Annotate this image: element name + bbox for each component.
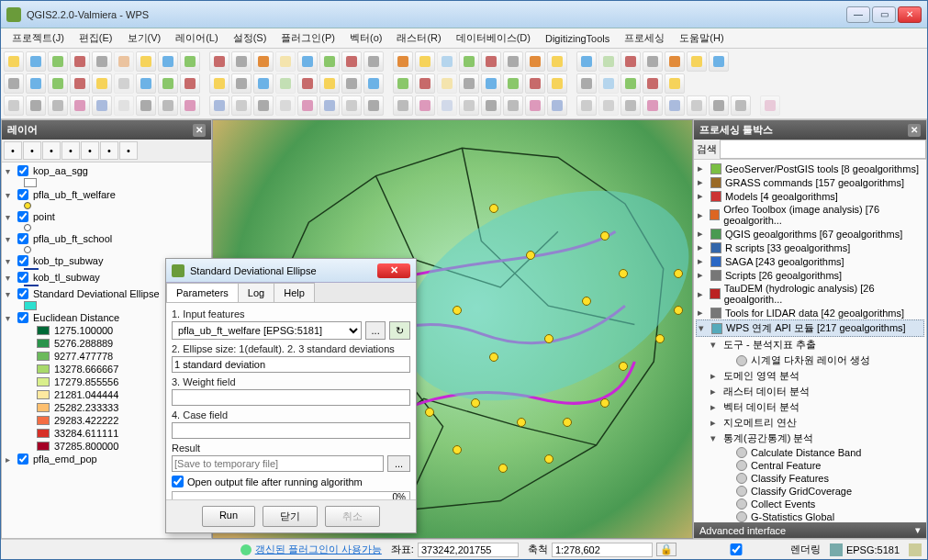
toolbar-button[interactable] bbox=[415, 51, 435, 72]
toolbar-button[interactable] bbox=[341, 73, 362, 94]
toolbar-button[interactable] bbox=[180, 73, 200, 94]
processing-tree-item[interactable]: G-Statistics Global bbox=[696, 510, 924, 522]
toolbar-button[interactable] bbox=[4, 73, 24, 94]
toolbar-button[interactable] bbox=[92, 51, 112, 72]
scale-input[interactable] bbox=[552, 543, 653, 557]
toolbar-button[interactable] bbox=[319, 51, 340, 72]
toolbar-button[interactable] bbox=[4, 51, 24, 72]
processing-tree-item[interactable]: Collect Events bbox=[696, 498, 924, 510]
toolbar-button[interactable] bbox=[643, 73, 663, 94]
toolbar-button[interactable] bbox=[363, 95, 384, 116]
toolbar-button[interactable] bbox=[319, 95, 340, 116]
processing-tree-item[interactable]: ▸Orfeo Toolbox (image analysis) [76 geoa… bbox=[696, 203, 924, 227]
toolbar-button[interactable] bbox=[180, 95, 200, 116]
toolbar-button[interactable] bbox=[297, 73, 318, 94]
processing-tree-item[interactable]: ▸GeoServer/PostGIS tools [8 geoalgorithm… bbox=[696, 162, 924, 175]
processing-tree-item[interactable]: ▸Models [4 geoalgorithms] bbox=[696, 189, 924, 203]
tab-log[interactable]: Log bbox=[238, 283, 274, 302]
layer-row[interactable] bbox=[4, 223, 209, 232]
processing-tree-item[interactable]: Classify Features bbox=[696, 472, 924, 485]
menu-item[interactable]: 래스터(R) bbox=[389, 29, 448, 47]
toolbar-button[interactable] bbox=[525, 95, 545, 116]
tab-parameters[interactable]: Parameters bbox=[166, 283, 239, 302]
toolbar-button[interactable] bbox=[687, 95, 707, 116]
toolbar-button[interactable] bbox=[114, 73, 134, 94]
layers-toolbar-button[interactable]: • bbox=[119, 141, 138, 160]
result-browse-button[interactable]: ... bbox=[387, 455, 410, 472]
toolbar-button[interactable] bbox=[621, 51, 641, 72]
toolbar-button[interactable] bbox=[576, 51, 597, 72]
toolbar-button[interactable] bbox=[275, 51, 296, 72]
toolbar-button[interactable] bbox=[231, 73, 252, 94]
toolbar-button[interactable] bbox=[437, 73, 457, 94]
processing-panel-close-icon[interactable]: ✕ bbox=[908, 124, 921, 137]
menu-item[interactable]: 벡터(o) bbox=[342, 29, 389, 47]
processing-tree-item[interactable]: Calculate Distance Band bbox=[696, 446, 924, 459]
toolbar-button[interactable] bbox=[70, 73, 90, 94]
toolbar-button[interactable] bbox=[393, 51, 413, 72]
toolbar-button[interactable] bbox=[481, 95, 501, 116]
menu-item[interactable]: 데이터베이스(D) bbox=[449, 29, 538, 47]
processing-tree-item[interactable]: ▸래스터 데이터 분석 bbox=[696, 384, 924, 399]
toolbar-button[interactable] bbox=[459, 51, 479, 72]
toolbar-button[interactable] bbox=[114, 95, 134, 116]
input-features-select[interactable]: pfla_ub_ft_welfare [EPSG:5181] bbox=[172, 321, 362, 340]
toolbar-button[interactable] bbox=[503, 51, 523, 72]
cancel-button[interactable]: 취소 bbox=[325, 506, 380, 527]
toolbar-button[interactable] bbox=[363, 73, 384, 94]
menu-item[interactable]: 설정(S) bbox=[226, 29, 274, 47]
processing-tree-item[interactable]: Central Feature bbox=[696, 459, 924, 472]
toolbar-button[interactable] bbox=[4, 95, 24, 116]
toolbar-button[interactable] bbox=[48, 51, 68, 72]
toolbar-button[interactable] bbox=[297, 51, 318, 72]
toolbar-button[interactable] bbox=[709, 51, 729, 72]
layers-toolbar-button[interactable]: • bbox=[61, 141, 80, 160]
layers-toolbar-button[interactable]: • bbox=[81, 141, 99, 160]
toolbar-button[interactable] bbox=[114, 51, 134, 72]
render-checkbox[interactable] bbox=[686, 543, 787, 555]
open-after-checkbox[interactable] bbox=[172, 476, 184, 487]
menu-item[interactable]: DigitizingTools bbox=[538, 31, 617, 46]
toolbar-button[interactable] bbox=[576, 73, 597, 94]
toolbar-button[interactable] bbox=[481, 51, 501, 72]
maximize-button[interactable]: ▭ bbox=[872, 6, 896, 23]
layers-toolbar-button[interactable]: • bbox=[100, 141, 118, 160]
toolbar-button[interactable] bbox=[363, 51, 384, 72]
toolbar-button[interactable] bbox=[621, 95, 641, 116]
toolbar-button[interactable] bbox=[26, 51, 46, 72]
toolbar-button[interactable] bbox=[136, 73, 156, 94]
toolbar-button[interactable] bbox=[158, 95, 178, 116]
toolbar-button[interactable] bbox=[525, 73, 545, 94]
processing-tree-item[interactable]: ▸지오메트리 연산 bbox=[696, 415, 924, 431]
result-path-input[interactable] bbox=[172, 455, 384, 472]
dialog-close-button[interactable]: ✕ bbox=[377, 263, 410, 278]
case-field-input[interactable] bbox=[172, 422, 410, 439]
toolbar-button[interactable] bbox=[459, 95, 479, 116]
processing-tree-item[interactable]: ▸TauDEM (hydrologic analysis) [26 geoalg… bbox=[696, 282, 924, 306]
processing-tree-item[interactable]: ▸QGIS geoalgorithms [67 geoalgorithms] bbox=[696, 227, 924, 241]
layer-visibility-checkbox[interactable] bbox=[17, 454, 28, 465]
processing-tree-item[interactable]: ▸벡터 데이터 분석 bbox=[696, 399, 924, 415]
ellipse-size-input[interactable] bbox=[172, 356, 410, 373]
toolbar-button[interactable] bbox=[503, 95, 523, 116]
menu-item[interactable]: 플러그인(P) bbox=[274, 29, 342, 47]
toolbar-button[interactable] bbox=[598, 51, 619, 72]
toolbar-button[interactable] bbox=[136, 95, 156, 116]
toolbar-button[interactable] bbox=[180, 51, 200, 72]
coord-input[interactable] bbox=[418, 543, 519, 557]
toolbar-button[interactable] bbox=[547, 95, 567, 116]
toolbar-button[interactable] bbox=[621, 73, 641, 94]
advanced-interface-bar[interactable]: Advanced interface▾ bbox=[694, 522, 926, 538]
toolbar-button[interactable] bbox=[598, 95, 619, 116]
dialog-close-btn[interactable]: 닫기 bbox=[263, 506, 318, 527]
toolbar-button[interactable] bbox=[760, 95, 780, 116]
toolbar-button[interactable] bbox=[393, 95, 413, 116]
toolbar-button[interactable] bbox=[341, 95, 362, 116]
processing-tree-item[interactable]: ▾통계(공간통계) 분석 bbox=[696, 431, 924, 446]
toolbar-button[interactable] bbox=[158, 51, 178, 72]
toolbar-button[interactable] bbox=[209, 73, 229, 94]
layer-visibility-checkbox[interactable] bbox=[17, 165, 28, 176]
menu-item[interactable]: 도움말(H) bbox=[672, 29, 731, 47]
toolbar-button[interactable] bbox=[576, 95, 597, 116]
layer-row[interactable] bbox=[4, 177, 209, 188]
